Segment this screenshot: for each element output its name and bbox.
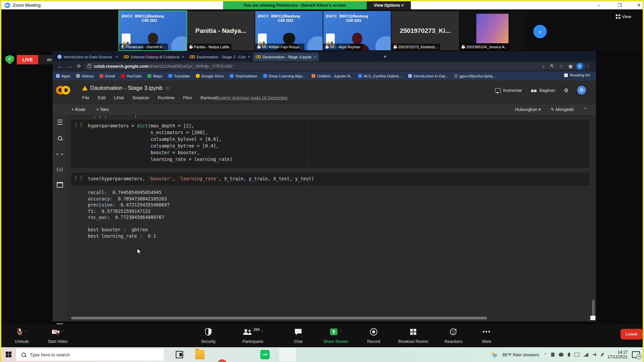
connect-button[interactable]: Hubungkan ▾ [515, 107, 541, 112]
reactions-button[interactable]: Reactions [439, 327, 468, 344]
chat-button[interactable]: Chat [286, 327, 310, 344]
menu-item-bantuan[interactable]: Bantuan [201, 95, 217, 100]
bookmark-item[interactable]: Deep Learning Algo... [263, 74, 306, 78]
menu-item-fitur[interactable]: Fitur [183, 95, 192, 100]
bookmark-item[interactable]: Gmail [100, 74, 115, 78]
bookmark-star-icon[interactable]: ☆ [559, 64, 563, 69]
files-icon[interactable] [53, 182, 67, 189]
leave-button[interactable]: Leave [621, 329, 643, 340]
onedrive-icon[interactable] [559, 353, 564, 357]
add-text-button[interactable]: + Teks [96, 107, 109, 112]
more-button[interactable]: ••• More [475, 327, 498, 344]
reading-list-button[interactable]: Reading list [564, 73, 590, 77]
participant-tile-pembicara[interactable]: BNCC BNCC@Bandung CSR 2021 Pembicara - D… [119, 11, 186, 50]
bookmark-item[interactable]: ALS_Cynthia Gabrie... [358, 74, 402, 78]
comment-button[interactable]: Komentar [495, 88, 522, 93]
notebook-scroll-area[interactable]: _ = [ ], , , , , ] [ ] hyperparameters =… [67, 115, 596, 321]
tab-close-icon[interactable]: × [314, 54, 316, 59]
bookmark-item[interactable]: Apps [56, 74, 70, 78]
tab-close-icon[interactable]: × [248, 54, 250, 59]
star-icon[interactable]: ☆ [165, 85, 169, 91]
participant-tile-jessica[interactable]: 2501985104_Jessica A... [460, 11, 527, 50]
tab-close-icon[interactable]: × [115, 54, 118, 59]
search-icon[interactable] [53, 136, 67, 141]
url-bar[interactable]: colab.research.google.com/drive/1zUAcai0… [84, 63, 587, 70]
browser-menu-icon[interactable]: ⋮ [586, 63, 591, 68]
file-explorer-icon[interactable] [195, 350, 205, 359]
tray-device-icon[interactable] [551, 353, 554, 357]
unmute-button[interactable]: ⌃ Unmute [7, 327, 37, 344]
line-app-icon[interactable]: LINE [260, 350, 270, 359]
tab-selamat-datang[interactable]: Selamat Datang di Colaboratory× [121, 53, 187, 61]
reload-icon[interactable]: ⟳ [77, 63, 81, 69]
code-editor[interactable]: tune(hyperparameters, 'booster', 'learni… [88, 175, 314, 182]
participant-tile-nadya[interactable]: Panitia - Nadya... Panitia - Nadya Latif… [187, 11, 255, 50]
tray-display-icon[interactable] [575, 353, 579, 357]
participant-tile-arya[interactable]: BNCC BNCC@Bandung CSR 2021 MC - Arya Rey… [323, 11, 391, 50]
collapse-header-icon[interactable]: ⌃ [584, 107, 587, 112]
menu-item-runtime[interactable]: Runtime [158, 95, 174, 100]
bookmark-item[interactable]: YouTube [121, 74, 142, 78]
participants-button[interactable]: 284⌃ Participants [233, 327, 273, 344]
taskbar-clock[interactable]: 14:17 17/12/2021 [607, 350, 628, 359]
code-editor[interactable]: hyperparameters = dict(max_depth = [2], … [88, 122, 232, 163]
pen-icon[interactable] [601, 353, 604, 357]
browser-profile-avatar[interactable]: D [576, 63, 583, 70]
back-icon[interactable]: ← [57, 63, 62, 69]
close-button[interactable]: ✕ [635, 2, 643, 9]
restore-button[interactable]: ❐ [615, 2, 624, 9]
bookmark-item[interactable]: Translate [168, 74, 190, 78]
add-code-button[interactable]: + Kode [71, 107, 86, 112]
code-cell-hyperparameters[interactable]: [ ] hyperparameters = dict(max_depth = [… [71, 120, 590, 168]
tab-intro-data-science[interactable]: Introduction to Data Science - Pr× [55, 53, 121, 61]
forward-icon[interactable]: → [67, 63, 72, 69]
vertical-scrollbar[interactable] [592, 300, 595, 318]
view-button[interactable]: View [616, 13, 631, 20]
colab-avatar[interactable]: D [577, 86, 586, 95]
share-screen-button[interactable]: ⌃ Share Screen [317, 327, 355, 344]
cell-run-gutter[interactable]: [ ] [74, 175, 82, 180]
share-page-icon[interactable]: ⇱ [550, 64, 554, 69]
volume-icon[interactable] [593, 353, 597, 357]
next-participants-button[interactable]: › [533, 25, 547, 38]
notebook-title[interactable]: Dautomation - Stage 3.ipynb [90, 85, 162, 92]
bookmark-item[interactable]: Introduction to Dat... [408, 74, 448, 78]
start-video-button[interactable]: ⌃ Start Video [41, 327, 74, 344]
bookmark-item[interactable]: Maps [148, 74, 162, 78]
participant-tile-kimberly[interactable]: 2501970273_Ki... 2501970273_Kimberly... [391, 11, 459, 50]
minimize-button[interactable]: – [594, 2, 603, 9]
share-button[interactable]: Bagikan [531, 88, 555, 93]
code-snippets-icon[interactable]: < > [53, 152, 67, 157]
record-button[interactable]: Record [361, 327, 386, 344]
bookmark-item[interactable]: jgpcv28joo5zc2p5g... [454, 74, 496, 78]
tray-chevron-icon[interactable]: ⌃ [544, 353, 547, 357]
code-cell-tune[interactable]: [ ] tune(hyperparameters, 'booster', 'le… [71, 173, 590, 185]
tab-dautomation-stage3[interactable]: Dautomation - Stage 3.ipynb - C× [253, 53, 319, 61]
tab-dautomation-stage2[interactable]: Dautomation - Stage 2 - Colabor× [187, 53, 253, 61]
bookmark-item[interactable]: Terjemahkan [230, 74, 257, 78]
view-options-button[interactable]: View Options ˅ [367, 1, 411, 9]
horizontal-scrollbar[interactable] [71, 317, 487, 319]
bookmark-item[interactable]: Untitled - Jupyter N.. [312, 74, 352, 78]
menu-item-edit[interactable]: Edit [98, 95, 106, 100]
menu-item-lihat[interactable]: Lihat [114, 95, 124, 100]
breakout-rooms-button[interactable]: Breakout Rooms [394, 327, 433, 344]
menu-item-sisipkan[interactable]: Sisipkan [132, 95, 149, 100]
settings-gear-icon[interactable]: ⚙ [564, 87, 569, 94]
participant-tile-rifdah[interactable]: BNCC BNCC@Bandung CSR 2021 MC-Rifdah Faj… [255, 11, 323, 50]
edit-mode-button[interactable]: ✎ Mengedit [551, 107, 574, 112]
task-view-icon[interactable] [176, 351, 183, 358]
start-button[interactable] [6, 352, 11, 357]
table-of-contents-icon[interactable] [53, 120, 67, 126]
last-saved-link[interactable]: Terakhir disimpan pada 16 Desember [215, 95, 288, 100]
taskbar-search-input[interactable]: Type here to search [16, 349, 164, 361]
network-icon[interactable] [584, 353, 588, 357]
new-tab-button[interactable]: + [383, 53, 387, 60]
zoom-page-icon[interactable]: ⌕ [542, 64, 545, 69]
tab-close-icon[interactable]: × [181, 54, 184, 59]
weather-text[interactable]: 88°F Rain showers [502, 352, 539, 357]
tray-mic-icon[interactable] [568, 353, 570, 357]
notification-center-icon[interactable]: 55 [632, 351, 640, 358]
bookmark-item[interactable]: History [76, 74, 94, 78]
variables-icon[interactable]: {x} [53, 167, 67, 172]
